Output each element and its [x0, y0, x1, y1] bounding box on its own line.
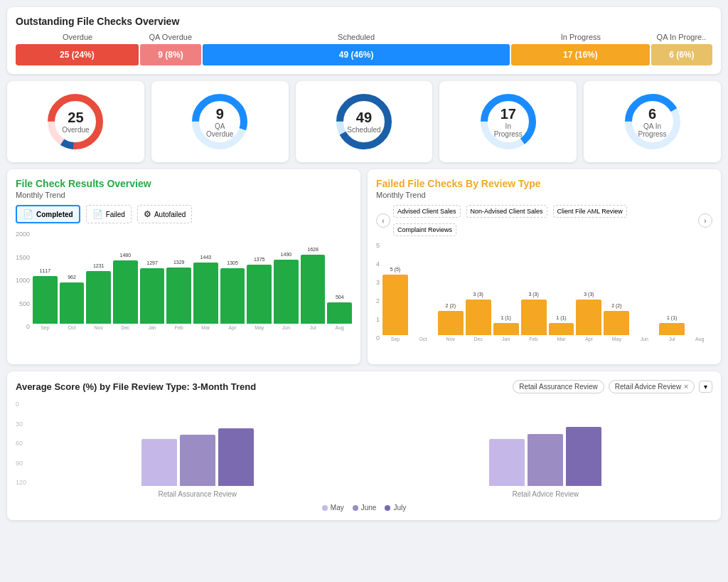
dashboard: Outstanding File Checks Overview Overdue…	[7, 7, 721, 520]
avg-chart-label: Retail Advice Review	[513, 490, 579, 498]
x-label: Jan	[148, 325, 156, 330]
chart-col: 962 Oct	[60, 231, 85, 330]
x-label: Apr	[585, 337, 593, 342]
donut-card-2: 49 Scheduled	[296, 81, 433, 162]
legend-item-failed[interactable]: 📄Failed	[86, 205, 132, 223]
failed-legend: Advised Client SalesNon-Advised Client S…	[393, 205, 695, 236]
y-axis-label: 5	[376, 242, 380, 249]
filter-tag-1[interactable]: Retail Advice Review×	[609, 380, 695, 393]
donut-card-3: 17 In Progress	[439, 81, 577, 162]
bar-value: 1329	[173, 260, 185, 265]
chart-bar: 1480	[113, 260, 138, 324]
x-label: May	[612, 337, 621, 342]
donut-label-0: Overdue	[62, 126, 89, 134]
failed-chart-col: 2 (2) May	[604, 242, 629, 342]
x-label: Jun	[641, 337, 648, 342]
charts-row: File Check Results Overview Monthly Tren…	[7, 169, 721, 364]
bar-value: 2 (2)	[611, 303, 621, 308]
x-label: Aug	[695, 337, 704, 342]
failed-chart-col: 3 (3) Apr	[576, 242, 601, 342]
legend-label: June	[361, 504, 377, 512]
bar-value: 3 (3)	[528, 292, 538, 297]
failed-chart-col: 1 (1) Mar	[549, 242, 574, 342]
chart-bar: 1490	[274, 260, 299, 324]
file-check-yaxis: 2000150010005000	[16, 231, 30, 330]
avg-y-label: 120	[16, 479, 26, 486]
legend-item-completed[interactable]: 📄Completed	[16, 205, 80, 223]
x-label: Feb	[175, 325, 183, 330]
legend-label: Autofailed	[154, 211, 186, 218]
x-label: Jun	[282, 325, 290, 330]
donut-number-0: 25	[62, 110, 89, 126]
avg-chart-label: Retail Assurance Review	[158, 490, 237, 498]
x-label: Nov	[94, 325, 102, 330]
y-axis-label: 1	[376, 316, 380, 323]
failed-bar: 3 (3)	[466, 300, 491, 335]
avg-header: Average Score (%) by File Review Type: 3…	[16, 380, 712, 393]
failed-checks-title: Failed File Checks By Review Type	[376, 178, 712, 189]
progress-segment: 9 (8%)	[140, 44, 201, 65]
failed-chart-col: 5 (5) Sep	[382, 242, 408, 342]
avg-legend: May June July	[16, 504, 712, 512]
donut-number-2: 49	[347, 110, 380, 126]
bar-value: 2 (2)	[446, 303, 456, 308]
file-check-card: File Check Results Overview Monthly Tren…	[7, 169, 360, 364]
failed-checks-card: Failed File Checks By Review Type Monthl…	[368, 169, 721, 364]
carousel-prev[interactable]: ‹	[376, 213, 390, 228]
chart-col: 1628 Jul	[301, 231, 326, 330]
failed-legend-item[interactable]: Non-Advised Client Sales	[466, 205, 547, 218]
donut-0: 25 Overdue	[43, 90, 107, 154]
x-label: Oct	[419, 337, 427, 342]
avg-y-label: 30	[16, 420, 26, 428]
chart-col: 1297 Jan	[140, 231, 165, 330]
failed-bar: 1 (1)	[549, 323, 574, 335]
y-axis-label: 1500	[16, 254, 30, 261]
legend-label: Failed	[106, 211, 125, 218]
bar-label-qa-overdue: QA Overdue	[139, 33, 201, 41]
avg-bar	[528, 434, 563, 486]
outstanding-title: Outstanding File Checks Overview	[16, 16, 712, 27]
progress-segment: 49 (46%)	[203, 44, 510, 65]
bar-label-scheduled: Scheduled	[201, 33, 511, 41]
legend-label: May	[331, 504, 344, 512]
failed-chart-col: 3 (3) Dec	[466, 242, 491, 342]
bar-value: 1 (1)	[556, 315, 566, 320]
legend-label: Completed	[36, 211, 73, 218]
donut-number-3: 17	[492, 106, 524, 122]
failed-chart-col: 2 (2) Nov	[438, 242, 464, 342]
donut-number-4: 6	[636, 106, 668, 122]
failed-bar: 5 (5)	[382, 275, 408, 335]
filter-remove[interactable]: ×	[684, 383, 688, 391]
y-axis-label: 2000	[16, 231, 30, 238]
filter-dropdown[interactable]: ▾	[699, 381, 712, 393]
bar-value: 3 (3)	[473, 292, 483, 297]
bar-value: 504	[336, 295, 344, 300]
file-check-subtitle: Monthly Trend	[16, 191, 352, 199]
failed-legend-item[interactable]: Advised Client Sales	[393, 205, 461, 218]
y-axis-label: 2	[376, 297, 380, 305]
avg-yaxis: 1209060300	[16, 401, 26, 486]
avg-charts: Retail Assurance Review Retail Advice Re…	[31, 408, 712, 498]
failed-legend-item[interactable]: Complaint Reviews	[393, 223, 456, 236]
bar-label-qa-in-progre..: QA In Progre..	[651, 33, 712, 41]
carousel-next[interactable]: ›	[698, 213, 712, 228]
failed-bars: 5 (5) Sep Oct 2 (2) Nov 3 (3) Dec 1 (1) …	[382, 242, 712, 342]
donut-card-0: 25 Overdue	[7, 81, 144, 162]
x-label: Sep	[391, 337, 400, 342]
failed-chart-col: Aug	[687, 242, 712, 342]
bar-value: 1375	[254, 257, 265, 262]
legend-dot	[385, 505, 390, 511]
failed-legend-item[interactable]: Client File AML Review	[553, 205, 627, 218]
bar-value: 1117	[40, 268, 51, 273]
chart-col: 1305 Apr	[220, 231, 245, 330]
avg-title: Average Score (%) by File Review Type: 3…	[16, 381, 256, 392]
avg-bar	[489, 439, 525, 486]
avg-bar	[218, 428, 254, 486]
filter-tag-0[interactable]: Retail Assurance Review	[513, 380, 604, 393]
bar-value: 962	[68, 275, 76, 280]
avg-y-label: 90	[16, 460, 26, 467]
avg-y-label: 60	[16, 440, 26, 447]
bar-value: 5 (5)	[390, 267, 400, 272]
x-label: Oct	[68, 325, 76, 330]
legend-item-autofailed[interactable]: ⚙Autofailed	[137, 205, 192, 223]
